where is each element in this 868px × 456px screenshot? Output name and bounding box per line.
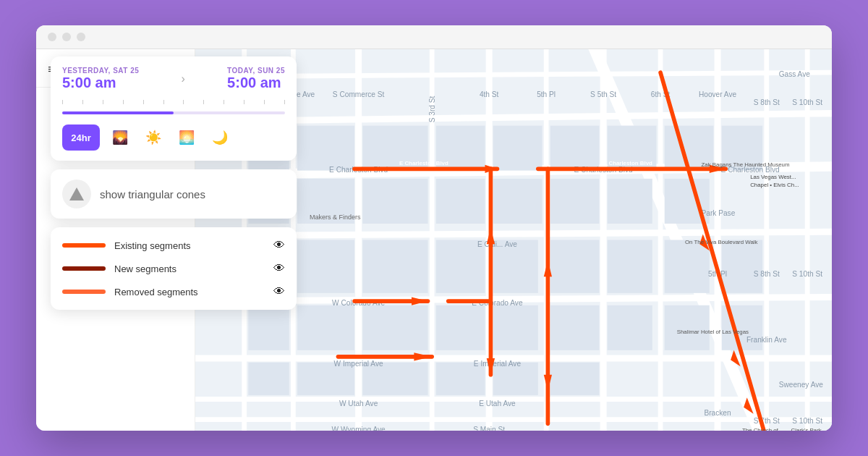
svg-text:S 3rd St: S 3rd St [428, 96, 436, 122]
svg-rect-55 [665, 305, 710, 350]
svg-rect-46 [665, 240, 710, 293]
legend-panel: Existing segments 👁 New segments 👁 Remov… [51, 227, 297, 310]
svg-text:5th Pl: 5th Pl [537, 90, 556, 98]
eye-icon-removed[interactable]: 👁 [273, 285, 285, 298]
svg-text:S Main St: S Main St [473, 426, 505, 431]
svg-rect-40 [297, 240, 354, 293]
legend-line-existing [62, 243, 106, 248]
tick-7 [183, 100, 184, 104]
search-panel[interactable]: show triangular cones [51, 169, 297, 219]
svg-text:S 7th St: S 7th St [754, 417, 780, 425]
tick-8 [203, 100, 204, 104]
svg-rect-49 [297, 305, 354, 350]
svg-text:Clark's Park: Clark's Park [791, 427, 822, 431]
svg-text:Bracken: Bracken [704, 409, 731, 417]
svg-text:S 8th St: S 8th St [754, 98, 780, 106]
svg-rect-24 [297, 126, 354, 171]
svg-text:S 10th St: S 10th St [792, 417, 822, 425]
svg-rect-52 [493, 305, 538, 350]
tick-marks [62, 100, 285, 104]
time-slider[interactable] [62, 111, 285, 114]
tick-1 [62, 100, 63, 104]
legend-item-removed: Removed segments 👁 [62, 285, 285, 298]
search-text: show triangular cones [100, 188, 205, 200]
today-label: TODAY, SUN 25 [227, 67, 285, 75]
tick-5 [143, 100, 144, 104]
tick-11 [264, 100, 265, 104]
svg-text:Park Pase: Park Pase [701, 209, 735, 217]
svg-rect-62 [550, 363, 600, 395]
svg-text:S Commerce St: S Commerce St [333, 90, 385, 98]
svg-text:S 8th St: S 8th St [754, 270, 780, 278]
tick-3 [103, 100, 103, 104]
svg-rect-48 [248, 305, 289, 350]
24hr-button[interactable]: 24hr [62, 124, 100, 151]
svg-rect-44 [550, 240, 600, 293]
svg-text:S 5th St: S 5th St [590, 90, 616, 98]
svg-text:Franklin Ave: Franklin Ave [746, 336, 787, 344]
sun-icon-btn[interactable]: ☀️ [140, 124, 166, 151]
browser-dot-1 [48, 33, 56, 41]
browser-window: ≡ CityStream✦ [36, 25, 832, 431]
legend-label-existing: Existing segments [114, 240, 265, 251]
svg-text:Gass Ave: Gass Ave [779, 70, 811, 78]
svg-rect-50 [362, 305, 427, 350]
svg-text:S 10th St: S 10th St [792, 270, 822, 278]
tick-2 [82, 100, 83, 104]
svg-text:Chapel • Elvis Ch...: Chapel • Elvis Ch... [750, 182, 799, 188]
moon-icon-btn[interactable]: 🌙 [207, 124, 233, 151]
svg-rect-31 [436, 179, 485, 224]
yesterday-block: YESTERDAY, SAT 25 5:00 am [62, 67, 139, 91]
time-row: YESTERDAY, SAT 25 5:00 am › TODAY, SUN 2… [62, 67, 285, 91]
svg-rect-37 [608, 179, 652, 224]
svg-text:E Charleston Blvd: E Charleston Blvd [603, 160, 652, 166]
svg-rect-45 [608, 240, 652, 293]
svg-text:Sweeney Ave: Sweeney Ave [779, 381, 824, 389]
svg-text:E Utah Ave: E Utah Ave [479, 400, 516, 408]
svg-text:Hoover Ave: Hoover Ave [699, 90, 737, 98]
legend-line-new [62, 266, 106, 271]
legend-label-new: New segments [114, 263, 265, 274]
sunrise-icon-btn[interactable]: 🌄 [107, 124, 133, 151]
time-panel: YESTERDAY, SAT 25 5:00 am › TODAY, SUN 2… [51, 56, 297, 161]
svg-rect-57 [248, 363, 289, 395]
svg-rect-32 [493, 179, 542, 224]
svg-text:W Utah Ave: W Utah Ave [339, 400, 378, 408]
browser-dot-2 [62, 33, 71, 41]
yesterday-label: YESTERDAY, SAT 25 [62, 67, 139, 75]
tick-10 [244, 100, 244, 104]
sunset-icon-btn[interactable]: 🌅 [174, 124, 200, 151]
cone-icon [69, 187, 84, 200]
svg-text:Las Vegas West...: Las Vegas West... [750, 174, 796, 180]
svg-text:W Wyoming Ave: W Wyoming Ave [332, 426, 386, 431]
panels-container: YESTERDAY, SAT 25 5:00 am › TODAY, SUN 2… [51, 56, 297, 310]
legend-item-existing: Existing segments 👁 [62, 239, 285, 252]
eye-icon-new[interactable]: 👁 [273, 262, 285, 275]
cone-icon-wrapper [62, 180, 91, 208]
svg-rect-30 [550, 126, 600, 171]
svg-text:W Imperial Ave: W Imperial Ave [334, 360, 383, 368]
svg-rect-41 [362, 240, 427, 293]
today-time: 5:00 am [227, 75, 285, 91]
eye-icon-existing[interactable]: 👁 [273, 239, 285, 252]
svg-rect-47 [722, 240, 762, 293]
svg-rect-54 [608, 305, 652, 350]
today-block: TODAY, SUN 25 5:00 am [227, 67, 285, 91]
tick-6 [163, 100, 164, 104]
svg-text:E Charleston Blvd: E Charleston Blvd [399, 160, 448, 166]
svg-rect-51 [436, 305, 485, 350]
svg-rect-53 [550, 305, 600, 350]
browser-content: ≡ CityStream✦ [36, 49, 832, 431]
svg-text:S 10th St: S 10th St [792, 98, 822, 106]
yesterday-time: 5:00 am [62, 75, 139, 91]
legend-line-removed [62, 290, 106, 294]
svg-rect-33 [550, 179, 600, 224]
legend-label-removed: Removed segments [114, 287, 265, 297]
svg-rect-27 [362, 179, 427, 224]
tick-9 [224, 100, 224, 104]
browser-chrome [36, 25, 832, 49]
svg-text:E Cali... Ave: E Cali... Ave [477, 240, 517, 248]
svg-text:4th St: 4th St [480, 90, 499, 98]
svg-text:On The Viva Boulevard Walk: On The Viva Boulevard Walk [685, 239, 758, 245]
svg-text:Makers & Finders: Makers & Finders [310, 214, 361, 221]
